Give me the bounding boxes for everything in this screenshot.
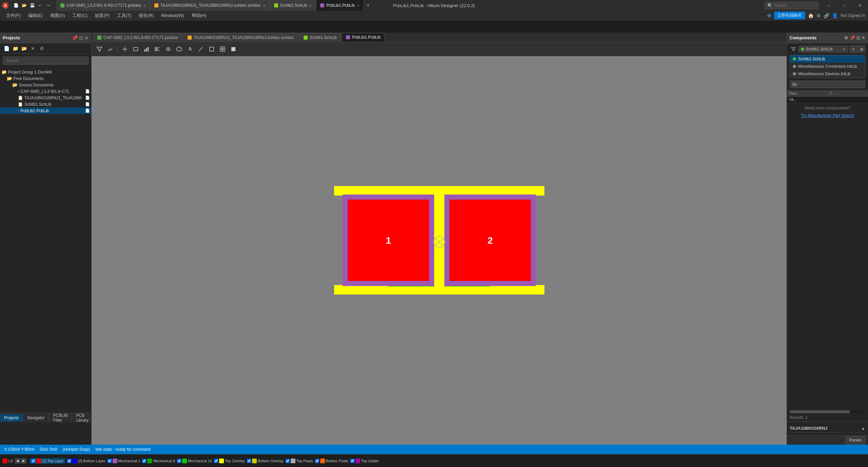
layer-top-overlay[interactable]: Top Overlay xyxy=(214,459,245,463)
tab2-close[interactable]: ✕ xyxy=(263,4,266,7)
layer-top-check[interactable] xyxy=(31,459,35,463)
redo-btn[interactable]: ↪ xyxy=(45,2,52,9)
add-tab-btn[interactable]: + xyxy=(364,2,372,8)
cross-tool[interactable] xyxy=(120,44,130,54)
minimize-btn[interactable]: ─ xyxy=(821,0,837,11)
tree-file-3[interactable]: 📋 Schlib1.SchLib 📄 xyxy=(0,101,91,107)
layer-top-solder-check[interactable] xyxy=(350,459,354,463)
comp-filter-btn[interactable] xyxy=(790,45,797,53)
settings-gear-icon[interactable]: ⚙ xyxy=(38,45,45,52)
doc-tab-4[interactable]: PcbLib1.PcbLib xyxy=(342,33,385,42)
layer-mech6-check[interactable] xyxy=(142,459,146,463)
comp-float-icon[interactable]: ⊡ xyxy=(856,35,860,40)
pin-icon[interactable]: 📌 xyxy=(72,35,78,41)
lib-dropdown-arrow[interactable]: ▼ xyxy=(843,47,846,51)
lib-item-2[interactable]: Miscellaneous Connectors.IntLib xyxy=(790,63,865,70)
title-search-input[interactable] xyxy=(774,3,815,8)
nav-projects[interactable]: Projects xyxy=(0,414,23,422)
grid-tool[interactable] xyxy=(217,44,228,54)
add-content-icon[interactable]: ⊕ xyxy=(767,12,771,19)
doc-tab-1[interactable]: CAP-SMD_L3.2-W1.6-RD-C7171.pcbdoc xyxy=(93,33,182,42)
title-tab-1[interactable]: CAP-SMD_L3.2-W1.6-RD-C7171.pcbdoc ✕ xyxy=(56,0,150,11)
layer-top-paste[interactable]: Top Paste xyxy=(286,459,313,463)
layer-bottom-paste-check[interactable] xyxy=(315,459,319,463)
menu-place[interactable]: 放置(P) xyxy=(91,12,113,20)
line-tool[interactable] xyxy=(196,44,206,54)
tab3-close[interactable]: ✕ xyxy=(309,4,312,7)
square-tool[interactable] xyxy=(207,44,217,54)
comp-close-icon[interactable]: ✕ xyxy=(862,35,865,40)
pcb-drawing-area[interactable]: 1 2 xyxy=(92,56,787,445)
layer-top-overlay-check[interactable] xyxy=(214,459,218,463)
doc-tab-2[interactable]: TAJA106K016RNJ1_TAJA106K016RNJ.schdoc.sc… xyxy=(183,33,298,42)
grid-view-btn[interactable]: ⊞ xyxy=(858,45,865,53)
layer-top-solder[interactable]: Top Solder xyxy=(350,459,379,463)
scissors-tool[interactable] xyxy=(152,44,162,54)
text-tool[interactable]: A xyxy=(185,44,195,54)
mfr-link[interactable]: Try Manufacturer Part Search xyxy=(790,113,865,118)
home-icon[interactable]: 🏠 xyxy=(808,13,814,18)
lib-item-3[interactable]: Miscellaneous Devices.IntLib xyxy=(790,70,865,78)
menu-view[interactable]: 视图(V) xyxy=(47,12,68,20)
open-arrow-icon[interactable]: 📂 xyxy=(20,45,28,52)
title-tab-4[interactable]: PcbLib1.PcbLib ✕ xyxy=(316,0,364,11)
layer-bottom[interactable]: [2] Bottom Layer xyxy=(67,459,105,463)
dot-tool[interactable] xyxy=(163,44,173,54)
connect-icon[interactable]: 🔗 xyxy=(824,13,829,18)
pcb-canvas[interactable]: CAP-SMD_L3.2-W1.6-RD-C7171.pcbdoc TAJA10… xyxy=(92,33,787,445)
tree-file-1[interactable]: ▪ CAP-SMD_L3.2-W1.6-C71 📄 xyxy=(0,88,91,95)
layer-top[interactable]: [1] Top Layer xyxy=(30,458,65,464)
menu-reports[interactable]: 报告(R) xyxy=(135,12,157,20)
undo-btn[interactable]: ↩ xyxy=(37,2,44,9)
layer-mech15-check[interactable] xyxy=(177,459,181,463)
nav-pcb-library[interactable]: PCB Library xyxy=(72,412,93,424)
close-btn[interactable]: ✕ xyxy=(852,0,868,11)
doc-tab-3[interactable]: Schlib1.SchLib xyxy=(299,33,341,42)
tree-root[interactable]: 📁 Project Group 1.DsnWrk xyxy=(0,69,91,75)
comp-expand-icon[interactable]: ▲ xyxy=(861,426,865,431)
comp-lib-display[interactable]: Schlib1.SchLib ▼ xyxy=(798,46,848,53)
layer-mech6[interactable]: Mechanical 6 xyxy=(142,459,175,463)
menu-tools[interactable]: 工具(T) xyxy=(114,12,135,20)
tree-file-2[interactable]: 📋 TAJA106K016RNJ1_TAJA106K 📄 xyxy=(0,95,91,101)
menu-window[interactable]: Window(W) xyxy=(158,12,187,19)
tree-source-docs[interactable]: 📂 Source Documents xyxy=(0,82,91,88)
lib-item-1[interactable]: Schlib1.SchLib xyxy=(790,55,865,63)
filter-tool[interactable] xyxy=(94,44,104,54)
comp-scrollbar[interactable] xyxy=(790,410,865,413)
open-btn[interactable]: 📂 xyxy=(20,2,28,9)
nav-pcblib-filter[interactable]: PCBLIB Filter xyxy=(49,412,72,424)
close-icon[interactable]: ✕ xyxy=(29,45,37,52)
layer-top-paste-check[interactable] xyxy=(286,459,290,463)
maximize-btn[interactable]: □ xyxy=(837,0,852,11)
panels-btn[interactable]: Panels xyxy=(845,436,865,444)
layer-prev-btn[interactable]: ◀ xyxy=(15,458,20,464)
layer-ls[interactable]: LS xyxy=(3,459,13,463)
menu-file[interactable]: 文件(F) xyxy=(3,12,24,20)
layer-mech15[interactable]: Mechanical 15 xyxy=(177,459,212,463)
new-doc-icon[interactable]: 📄 xyxy=(3,45,10,52)
comp-pin-icon[interactable]: 📌 xyxy=(850,35,855,40)
tab1-close[interactable]: ✕ xyxy=(143,4,146,7)
tab4-close[interactable]: ✕ xyxy=(357,4,360,7)
open-folder-icon[interactable]: 📁 xyxy=(12,45,19,52)
chart-tool[interactable] xyxy=(141,44,152,54)
user-icon[interactable]: 👤 xyxy=(832,13,838,18)
buy-btn[interactable]: 立即在线购买 xyxy=(774,12,805,19)
title-tab-3[interactable]: Schlib1.SchLib ✕ xyxy=(270,0,316,11)
close-panel-icon[interactable]: ✕ xyxy=(84,35,89,41)
via-tool[interactable] xyxy=(174,44,184,54)
title-tab-2[interactable]: TAJA106K016RNJ1_TAJA106K016RNJ.schdoc.sc… xyxy=(150,0,270,11)
menu-edit[interactable]: 编辑(E) xyxy=(25,12,46,20)
route-tool[interactable] xyxy=(105,44,115,54)
layer-bottom-check[interactable] xyxy=(67,459,71,463)
layer-mech1[interactable]: Mechanical 1 xyxy=(108,459,140,463)
layer-bottom-overlay-check[interactable] xyxy=(247,459,251,463)
comp-search-input[interactable] xyxy=(790,81,865,88)
settings-icon[interactable]: ⚙ xyxy=(816,13,821,18)
layer-bottom-overlay[interactable]: Bottom Overlay xyxy=(247,459,284,463)
tree-file-4[interactable]: ▪ PcbLib1.PcbLib 📄 xyxy=(0,107,91,114)
nav-navigator[interactable]: Navigator xyxy=(23,414,49,422)
save-btn[interactable]: 💾 xyxy=(28,2,36,9)
tree-free-docs[interactable]: 📂 Free Documents xyxy=(0,75,91,82)
